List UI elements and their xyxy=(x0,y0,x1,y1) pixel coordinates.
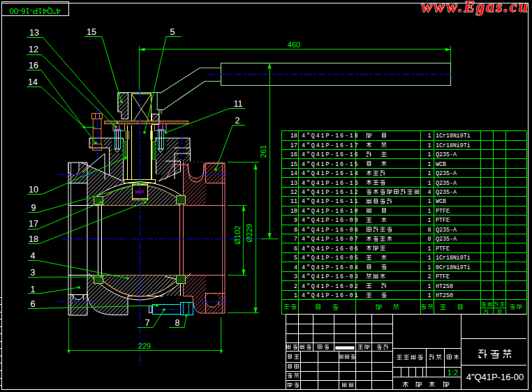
svg-text:Ø229: Ø229 xyxy=(245,224,253,243)
svg-text:460: 460 xyxy=(288,40,300,49)
svg-text:4″Q41P-16-16: 4″Q41P-16-16 xyxy=(302,151,360,158)
svg-text:HT250: HT250 xyxy=(436,292,453,299)
svg-text:PTFE: PTFE xyxy=(436,246,450,252)
svg-text:4″Q41P-16-18: 4″Q41P-16-18 xyxy=(302,133,360,139)
svg-text:4″Q41P-16-08: 4″Q41P-16-08 xyxy=(302,227,360,233)
svg-text:1: 1 xyxy=(31,285,36,294)
svg-text:4″Q41P-16-04: 4″Q41P-16-04 xyxy=(302,264,360,271)
svg-text:6: 6 xyxy=(31,299,36,309)
svg-text:4″Q41P-16-00: 4″Q41P-16-00 xyxy=(466,372,524,382)
svg-text:1: 1 xyxy=(428,283,431,289)
svg-text:4: 4 xyxy=(31,251,36,261)
svg-text:1: 1 xyxy=(428,198,431,204)
svg-text:4″Q41P-16-07: 4″Q41P-16-07 xyxy=(302,236,360,242)
svg-text:4″Q41P-16-03: 4″Q41P-16-03 xyxy=(302,273,360,280)
svg-text:Q235-A: Q235-A xyxy=(436,236,457,242)
svg-text:12: 12 xyxy=(29,45,38,54)
svg-text:1: 1 xyxy=(428,217,431,223)
svg-text:2: 2 xyxy=(294,283,297,289)
svg-text:1: 1 xyxy=(294,292,297,299)
svg-text:1: 1 xyxy=(428,151,431,158)
svg-text:1Cr18Ni9Ti: 1Cr18Ni9Ti xyxy=(436,133,471,139)
svg-text:18: 18 xyxy=(29,234,38,244)
svg-text:1Cr18Ni9Ti: 1Cr18Ni9Ti xyxy=(436,142,471,149)
svg-text:1Cr18Ni9Ti: 1Cr18Ni9Ti xyxy=(436,255,471,261)
svg-text:4″Q41P-16-13: 4″Q41P-16-13 xyxy=(302,180,360,186)
svg-text:8: 8 xyxy=(428,227,431,233)
svg-text:8: 8 xyxy=(175,318,180,328)
svg-text:1: 1 xyxy=(428,292,431,299)
svg-text:Q235-A: Q235-A xyxy=(436,227,457,233)
svg-text:14: 14 xyxy=(28,77,38,87)
svg-text:4″Q41P-16-06: 4″Q41P-16-06 xyxy=(302,246,360,252)
svg-text:4″Q41P-16-02: 4″Q41P-16-02 xyxy=(302,283,360,289)
svg-text:14: 14 xyxy=(290,170,297,176)
svg-text:15: 15 xyxy=(290,161,297,167)
svg-text:11: 11 xyxy=(290,198,297,204)
svg-text:PTFE: PTFE xyxy=(436,273,450,280)
svg-text:www.Egas.cu: www.Egas.cu xyxy=(422,0,529,15)
svg-text:PTFE: PTFE xyxy=(436,217,450,223)
svg-text:7: 7 xyxy=(294,236,297,242)
svg-text:WCB: WCB xyxy=(436,161,446,167)
svg-text:9: 9 xyxy=(31,203,36,213)
svg-text:16: 16 xyxy=(290,151,297,158)
svg-text:12: 12 xyxy=(290,189,297,195)
svg-text:5: 5 xyxy=(170,27,175,37)
svg-text:229: 229 xyxy=(138,342,151,350)
svg-text:7: 7 xyxy=(145,318,150,328)
svg-text:1: 1 xyxy=(428,161,431,167)
svg-text:4: 4 xyxy=(428,189,431,195)
svg-text:16: 16 xyxy=(29,61,38,70)
svg-text:Q235-A: Q235-A xyxy=(436,170,457,176)
svg-text:2: 2 xyxy=(428,273,431,280)
svg-text:1:2: 1:2 xyxy=(448,368,458,377)
svg-text:5: 5 xyxy=(294,255,297,261)
svg-text:4″Q41P-16-17: 4″Q41P-16-17 xyxy=(302,142,360,149)
svg-text:1: 1 xyxy=(428,264,431,271)
svg-text:3: 3 xyxy=(31,268,36,278)
svg-text:9: 9 xyxy=(294,217,297,223)
svg-text:13: 13 xyxy=(29,28,39,38)
svg-text:1: 1 xyxy=(428,133,431,139)
svg-text:HT250: HT250 xyxy=(436,283,453,289)
svg-text:8: 8 xyxy=(428,236,431,242)
svg-text:10: 10 xyxy=(290,208,297,214)
svg-text:Q235-A: Q235-A xyxy=(436,180,457,186)
svg-text:11: 11 xyxy=(234,99,243,109)
svg-text:1: 1 xyxy=(428,255,431,261)
svg-text:1: 1 xyxy=(428,170,431,176)
svg-text:17: 17 xyxy=(29,219,38,229)
svg-text:261: 261 xyxy=(259,145,267,158)
svg-text:WCB: WCB xyxy=(436,198,446,204)
svg-text:8: 8 xyxy=(294,227,297,233)
svg-text:4″Q41P-16-10: 4″Q41P-16-10 xyxy=(302,208,360,214)
svg-text:15: 15 xyxy=(87,27,96,37)
svg-text:1: 1 xyxy=(428,142,431,149)
svg-text:4″Q41P-16-05: 4″Q41P-16-05 xyxy=(302,255,360,261)
svg-text:4″Q41P-16-01: 4″Q41P-16-01 xyxy=(302,292,360,299)
svg-text:2: 2 xyxy=(235,116,240,126)
svg-text:18: 18 xyxy=(290,133,297,139)
svg-text:4″Q41P-16-14: 4″Q41P-16-14 xyxy=(302,170,360,176)
svg-text:PTFE: PTFE xyxy=(436,208,450,214)
svg-text:Q235-A: Q235-A xyxy=(436,151,457,158)
svg-text:4″Q41P-16-00: 4″Q41P-16-00 xyxy=(9,7,60,15)
svg-text:1: 1 xyxy=(428,180,431,186)
svg-text:6: 6 xyxy=(294,246,297,252)
svg-text:Ø102: Ø102 xyxy=(233,226,242,245)
svg-text:13: 13 xyxy=(290,180,297,186)
svg-text:1: 1 xyxy=(428,208,431,214)
svg-text:10: 10 xyxy=(29,185,38,195)
svg-text:4″Q41P-16-11: 4″Q41P-16-11 xyxy=(302,198,360,204)
svg-text:0Cr18Ni9Ti: 0Cr18Ni9Ti xyxy=(436,264,471,271)
svg-text:4″Q41P-16-12: 4″Q41P-16-12 xyxy=(302,189,360,195)
svg-text:1: 1 xyxy=(428,246,431,252)
svg-text:4: 4 xyxy=(294,264,297,271)
svg-text:3: 3 xyxy=(294,273,297,280)
svg-text:4″Q41P-16-15: 4″Q41P-16-15 xyxy=(302,161,360,167)
svg-text:Q235-A: Q235-A xyxy=(436,189,457,195)
svg-text:4″Q41P-16-09: 4″Q41P-16-09 xyxy=(302,217,360,223)
svg-text:17: 17 xyxy=(290,142,297,149)
